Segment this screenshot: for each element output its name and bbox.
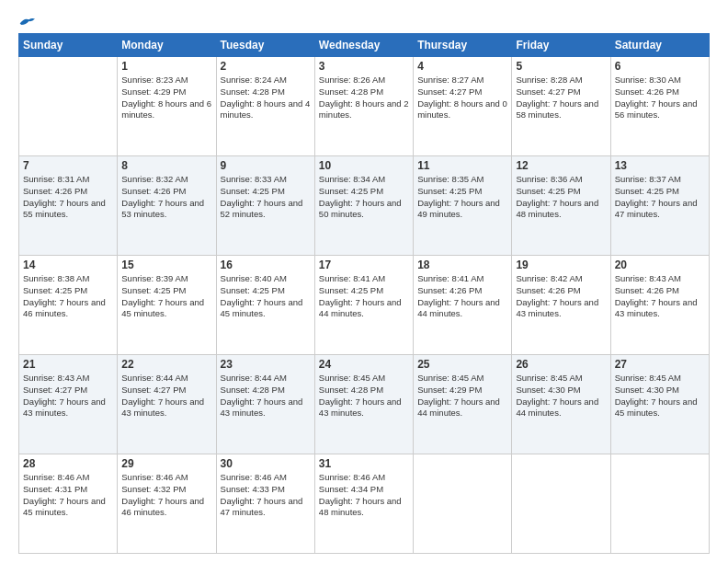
day-number: 29 <box>121 457 211 470</box>
calendar-cell: 29 Sunrise: 8:46 AMSunset: 4:32 PMDaylig… <box>118 454 216 554</box>
day-info: Sunrise: 8:33 AMSunset: 4:25 PMDaylight:… <box>221 174 311 221</box>
logo-bird-icon <box>18 15 35 28</box>
calendar-day-header: Monday <box>118 34 216 57</box>
calendar-cell: 25 Sunrise: 8:45 AMSunset: 4:29 PMDaylig… <box>414 355 512 454</box>
calendar-cell: 10 Sunrise: 8:34 AMSunset: 4:25 PMDaylig… <box>314 156 413 256</box>
day-number: 18 <box>417 259 507 271</box>
day-number: 12 <box>516 159 606 172</box>
calendar-cell: 17 Sunrise: 8:41 AMSunset: 4:25 PMDaylig… <box>314 256 413 355</box>
calendar-cell: 21 Sunrise: 8:43 AMSunset: 4:27 PMDaylig… <box>19 355 118 454</box>
day-number: 10 <box>319 159 409 172</box>
calendar-day-header: Tuesday <box>216 34 314 57</box>
day-number: 16 <box>221 259 311 271</box>
day-number: 20 <box>615 259 705 271</box>
day-info: Sunrise: 8:46 AMSunset: 4:34 PMDaylight:… <box>319 472 409 519</box>
calendar-cell: 5 Sunrise: 8:28 AMSunset: 4:27 PMDayligh… <box>512 57 610 156</box>
calendar-cell: 22 Sunrise: 8:44 AMSunset: 4:27 PMDaylig… <box>118 355 216 454</box>
day-number: 15 <box>121 259 211 271</box>
day-info: Sunrise: 8:37 AMSunset: 4:25 PMDaylight:… <box>615 174 705 221</box>
calendar-cell: 11 Sunrise: 8:35 AMSunset: 4:25 PMDaylig… <box>414 156 512 256</box>
day-number: 11 <box>417 159 507 172</box>
calendar-cell: 9 Sunrise: 8:33 AMSunset: 4:25 PMDayligh… <box>216 156 314 256</box>
logo <box>18 15 35 28</box>
calendar-cell: 15 Sunrise: 8:39 AMSunset: 4:25 PMDaylig… <box>118 256 216 355</box>
day-info: Sunrise: 8:26 AMSunset: 4:28 PMDaylight:… <box>319 75 409 121</box>
calendar-cell: 6 Sunrise: 8:30 AMSunset: 4:26 PMDayligh… <box>610 57 709 156</box>
calendar-day-header: Friday <box>512 34 610 57</box>
day-info: Sunrise: 8:43 AMSunset: 4:26 PMDaylight:… <box>615 273 705 320</box>
day-number: 21 <box>23 358 113 371</box>
calendar-cell: 3 Sunrise: 8:26 AMSunset: 4:28 PMDayligh… <box>314 57 413 156</box>
day-number: 23 <box>221 358 311 371</box>
day-number: 30 <box>221 457 311 470</box>
calendar-cell: 20 Sunrise: 8:43 AMSunset: 4:26 PMDaylig… <box>610 256 709 355</box>
day-number: 6 <box>615 60 705 73</box>
day-number: 19 <box>516 259 606 271</box>
day-info: Sunrise: 8:30 AMSunset: 4:26 PMDaylight:… <box>615 75 705 121</box>
day-info: Sunrise: 8:46 AMSunset: 4:31 PMDaylight:… <box>23 472 113 519</box>
calendar-cell: 7 Sunrise: 8:31 AMSunset: 4:26 PMDayligh… <box>19 156 118 256</box>
day-number: 31 <box>319 457 409 470</box>
calendar-day-header: Wednesday <box>314 34 413 57</box>
calendar-week-row: 7 Sunrise: 8:31 AMSunset: 4:26 PMDayligh… <box>19 156 710 256</box>
calendar-week-row: 28 Sunrise: 8:46 AMSunset: 4:31 PMDaylig… <box>19 454 710 554</box>
day-info: Sunrise: 8:24 AMSunset: 4:28 PMDaylight:… <box>221 75 311 121</box>
day-number: 5 <box>516 60 606 73</box>
day-info: Sunrise: 8:43 AMSunset: 4:27 PMDaylight:… <box>23 373 113 419</box>
calendar-day-header: Saturday <box>610 34 709 57</box>
day-info: Sunrise: 8:44 AMSunset: 4:27 PMDaylight:… <box>121 373 211 419</box>
calendar-cell: 8 Sunrise: 8:32 AMSunset: 4:26 PMDayligh… <box>118 156 216 256</box>
calendar-cell: 18 Sunrise: 8:41 AMSunset: 4:26 PMDaylig… <box>414 256 512 355</box>
day-number: 9 <box>221 159 311 172</box>
calendar-week-row: 21 Sunrise: 8:43 AMSunset: 4:27 PMDaylig… <box>19 355 710 454</box>
calendar-day-header: Sunday <box>19 34 118 57</box>
day-number: 24 <box>319 358 409 371</box>
calendar-cell: 27 Sunrise: 8:45 AMSunset: 4:30 PMDaylig… <box>610 355 709 454</box>
day-number: 26 <box>516 358 606 371</box>
day-number: 8 <box>121 159 211 172</box>
day-number: 1 <box>121 60 211 73</box>
calendar-cell: 13 Sunrise: 8:37 AMSunset: 4:25 PMDaylig… <box>610 156 709 256</box>
calendar-cell: 26 Sunrise: 8:45 AMSunset: 4:30 PMDaylig… <box>512 355 610 454</box>
calendar-cell: 14 Sunrise: 8:38 AMSunset: 4:25 PMDaylig… <box>19 256 118 355</box>
calendar-cell: 30 Sunrise: 8:46 AMSunset: 4:33 PMDaylig… <box>216 454 314 554</box>
day-info: Sunrise: 8:42 AMSunset: 4:26 PMDaylight:… <box>516 273 606 320</box>
day-info: Sunrise: 8:40 AMSunset: 4:25 PMDaylight:… <box>221 273 311 320</box>
day-info: Sunrise: 8:36 AMSunset: 4:25 PMDaylight:… <box>516 174 606 221</box>
day-info: Sunrise: 8:45 AMSunset: 4:30 PMDaylight:… <box>615 373 705 419</box>
calendar-cell: 24 Sunrise: 8:45 AMSunset: 4:28 PMDaylig… <box>314 355 413 454</box>
calendar-cell <box>512 454 610 554</box>
calendar-table: SundayMondayTuesdayWednesdayThursdayFrid… <box>18 33 710 554</box>
calendar-cell: 1 Sunrise: 8:23 AMSunset: 4:29 PMDayligh… <box>118 57 216 156</box>
day-info: Sunrise: 8:39 AMSunset: 4:25 PMDaylight:… <box>121 273 211 320</box>
calendar-cell: 31 Sunrise: 8:46 AMSunset: 4:34 PMDaylig… <box>314 454 413 554</box>
day-info: Sunrise: 8:46 AMSunset: 4:32 PMDaylight:… <box>121 472 211 519</box>
calendar-cell: 19 Sunrise: 8:42 AMSunset: 4:26 PMDaylig… <box>512 256 610 355</box>
day-info: Sunrise: 8:34 AMSunset: 4:25 PMDaylight:… <box>319 174 409 221</box>
day-number: 2 <box>221 60 311 73</box>
calendar-cell: 28 Sunrise: 8:46 AMSunset: 4:31 PMDaylig… <box>19 454 118 554</box>
day-info: Sunrise: 8:41 AMSunset: 4:25 PMDaylight:… <box>319 273 409 320</box>
day-info: Sunrise: 8:28 AMSunset: 4:27 PMDaylight:… <box>516 75 606 121</box>
day-info: Sunrise: 8:27 AMSunset: 4:27 PMDaylight:… <box>417 75 507 121</box>
day-info: Sunrise: 8:44 AMSunset: 4:28 PMDaylight:… <box>221 373 311 419</box>
header <box>18 15 710 28</box>
day-info: Sunrise: 8:41 AMSunset: 4:26 PMDaylight:… <box>417 273 507 320</box>
day-info: Sunrise: 8:23 AMSunset: 4:29 PMDaylight:… <box>121 75 211 121</box>
calendar-cell: 4 Sunrise: 8:27 AMSunset: 4:27 PMDayligh… <box>414 57 512 156</box>
day-info: Sunrise: 8:46 AMSunset: 4:33 PMDaylight:… <box>221 472 311 519</box>
calendar-week-row: 1 Sunrise: 8:23 AMSunset: 4:29 PMDayligh… <box>19 57 710 156</box>
day-info: Sunrise: 8:45 AMSunset: 4:29 PMDaylight:… <box>417 373 507 419</box>
day-info: Sunrise: 8:45 AMSunset: 4:28 PMDaylight:… <box>319 373 409 419</box>
day-number: 25 <box>417 358 507 371</box>
day-number: 17 <box>319 259 409 271</box>
day-info: Sunrise: 8:31 AMSunset: 4:26 PMDaylight:… <box>23 174 113 221</box>
day-number: 27 <box>615 358 705 371</box>
calendar-day-header: Thursday <box>414 34 512 57</box>
day-number: 14 <box>23 259 113 271</box>
page: SundayMondayTuesdayWednesdayThursdayFrid… <box>0 0 728 563</box>
day-info: Sunrise: 8:45 AMSunset: 4:30 PMDaylight:… <box>516 373 606 419</box>
day-info: Sunrise: 8:32 AMSunset: 4:26 PMDaylight:… <box>121 174 211 221</box>
day-number: 28 <box>23 457 113 470</box>
calendar-cell: 23 Sunrise: 8:44 AMSunset: 4:28 PMDaylig… <box>216 355 314 454</box>
